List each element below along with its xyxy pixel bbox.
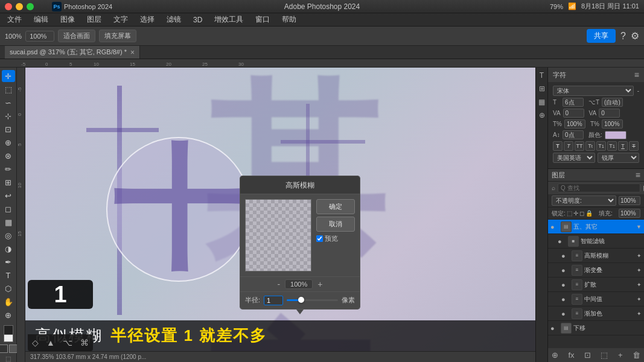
- language-select[interactable]: 美国英语: [553, 153, 595, 163]
- dialog-cancel-button[interactable]: 取消: [316, 217, 355, 232]
- menu-type[interactable]: 文字: [111, 14, 130, 25]
- menu-3d[interactable]: 3D: [191, 16, 205, 24]
- layer-diffuse[interactable]: ● ≡ 扩散 ✦: [548, 278, 644, 292]
- close-tab-icon[interactable]: ×: [130, 48, 135, 57]
- eyedropper-tool[interactable]: ⊕: [2, 136, 15, 148]
- blend-mode-select[interactable]: 不透明度:: [552, 195, 616, 206]
- blur-tool[interactable]: ◎: [2, 230, 15, 242]
- fill-screen-button[interactable]: 填充屏幕: [99, 30, 136, 42]
- brush-tool[interactable]: ✏: [2, 163, 15, 175]
- search-icon[interactable]: ⌕: [552, 185, 555, 191]
- link-layers-icon[interactable]: ⊕: [552, 351, 558, 360]
- help-icon[interactable]: ?: [620, 31, 626, 42]
- leading-input[interactable]: [602, 98, 623, 107]
- lock-pixels-icon[interactable]: ⬚: [567, 210, 572, 217]
- menu-layer[interactable]: 图层: [84, 14, 104, 25]
- radius-slider-thumb[interactable]: [298, 297, 304, 303]
- font-family-select[interactable]: 宋体: [553, 86, 634, 96]
- smallcaps-button[interactable]: Tt: [585, 141, 595, 151]
- layer-gradient[interactable]: ● ≡ 渐变叠 ✦: [548, 263, 644, 278]
- text-tool[interactable]: T: [2, 270, 15, 282]
- menu-window[interactable]: 窗口: [253, 14, 272, 25]
- strike-button[interactable]: T: [629, 141, 639, 151]
- layer-eye-grad[interactable]: ●: [561, 267, 570, 274]
- color-swatch[interactable]: [605, 131, 626, 139]
- layer-group-main[interactable]: ● ▤ 五、其它 ▼: [548, 220, 644, 234]
- sub-button[interactable]: T1: [607, 141, 617, 151]
- layers-search-input[interactable]: [558, 183, 640, 192]
- vscale-input[interactable]: [564, 119, 585, 129]
- panel-icon-1[interactable]: T: [537, 70, 547, 81]
- new-layer-icon[interactable]: +: [618, 351, 623, 360]
- layer-eye-main[interactable]: ●: [550, 223, 559, 230]
- fx-icon[interactable]: fx: [568, 351, 574, 360]
- lasso-tool[interactable]: ∽: [2, 97, 15, 109]
- hscale-input[interactable]: [602, 119, 623, 129]
- delete-layer-icon[interactable]: 🗑: [633, 351, 640, 360]
- panel-icon-2[interactable]: ⊞: [537, 83, 547, 94]
- tracking2-input[interactable]: [599, 109, 620, 118]
- super-button[interactable]: T1: [596, 141, 606, 151]
- lock-art-icon[interactable]: ◻: [579, 210, 584, 217]
- move-tool[interactable]: ✛: [2, 70, 15, 82]
- layer-eye-add[interactable]: ●: [561, 310, 570, 317]
- menu-plugins[interactable]: 增效工具: [212, 14, 246, 25]
- preview-checkbox[interactable]: [316, 235, 323, 242]
- layer-eye-sf[interactable]: ●: [558, 238, 566, 245]
- layer-median[interactable]: ● ≡ 中间值 ✦: [548, 292, 644, 306]
- standard-mode[interactable]: [0, 345, 8, 353]
- menu-edit[interactable]: 编辑: [31, 14, 51, 25]
- caps-button[interactable]: TT: [575, 141, 584, 151]
- layer-eye-med[interactable]: ●: [561, 296, 570, 303]
- share-button[interactable]: 共享: [587, 29, 616, 43]
- layer-downshift[interactable]: ● ▤ 下移: [548, 321, 644, 335]
- layer-eye-gaussian[interactable]: ●: [561, 252, 570, 259]
- italic-button[interactable]: T: [564, 141, 573, 151]
- badge-ctrl-cmd[interactable]: ⌘: [80, 338, 89, 348]
- gradient-tool[interactable]: ▦: [2, 217, 15, 229]
- antialias-select[interactable]: 锐厚: [598, 153, 640, 163]
- zoom-in-icon[interactable]: +: [317, 279, 322, 289]
- badge-ctrl-alt[interactable]: ⌥: [63, 338, 72, 348]
- dialog-ok-button[interactable]: 确定: [316, 199, 355, 214]
- zoom-out-icon[interactable]: -: [277, 279, 280, 289]
- maximize-button[interactable]: [27, 3, 34, 10]
- gaussian-blur-dialog[interactable]: 高斯模糊 确定 取消: [240, 176, 360, 314]
- baseline-input[interactable]: [563, 130, 584, 139]
- radius-slider[interactable]: [287, 299, 338, 301]
- preview-check-label[interactable]: 预览: [316, 234, 355, 243]
- shape-tool[interactable]: ⬡: [2, 283, 15, 295]
- layer-eye-diff[interactable]: ●: [561, 281, 570, 288]
- layer-addcolor[interactable]: ● ≡ 渐加色 ✦: [548, 306, 644, 321]
- tracking-input[interactable]: [563, 109, 584, 118]
- minimize-button[interactable]: [16, 3, 23, 10]
- menu-filter[interactable]: 滤镜: [164, 14, 183, 25]
- lock-pos-icon[interactable]: ✛: [573, 210, 578, 217]
- fit-screen-button[interactable]: 适合画面: [58, 30, 95, 42]
- screen-mode[interactable]: ⬚: [5, 355, 11, 362]
- history-brush-tool[interactable]: ↩: [2, 189, 15, 202]
- badge-ctrl-up[interactable]: ▲: [46, 338, 55, 348]
- foreground-color[interactable]: [4, 325, 13, 335]
- radius-input[interactable]: [264, 296, 283, 305]
- quick-mask-mode[interactable]: [9, 345, 18, 353]
- fill-input[interactable]: [619, 209, 640, 218]
- panel-icon-4[interactable]: ⊕: [537, 110, 547, 121]
- dodge-tool[interactable]: ◑: [2, 243, 15, 255]
- crop-tool[interactable]: ⊡: [2, 123, 15, 135]
- hand-tool[interactable]: ✋: [2, 296, 15, 308]
- menu-file[interactable]: 文件: [5, 14, 24, 25]
- new-group-icon[interactable]: ⬚: [601, 351, 608, 360]
- lock-all-icon[interactable]: 🔒: [585, 210, 593, 217]
- layer-eye-down[interactable]: ●: [550, 325, 559, 332]
- active-tab[interactable]: sucai.psd @ 317% (五; 其它, RGB/8#) * ×: [5, 46, 140, 59]
- opacity-input[interactable]: [619, 196, 640, 205]
- stamp-tool[interactable]: ⊞: [2, 176, 15, 188]
- menu-select[interactable]: 选择: [138, 14, 157, 25]
- pen-tool[interactable]: ✒: [2, 256, 15, 268]
- heal-tool[interactable]: ⊛: [2, 150, 15, 162]
- settings-icon[interactable]: ⚙: [631, 30, 639, 42]
- magic-wand-tool[interactable]: ⊹: [2, 110, 15, 122]
- bold-button[interactable]: T: [553, 141, 563, 151]
- add-mask-icon[interactable]: ⊡: [584, 351, 591, 360]
